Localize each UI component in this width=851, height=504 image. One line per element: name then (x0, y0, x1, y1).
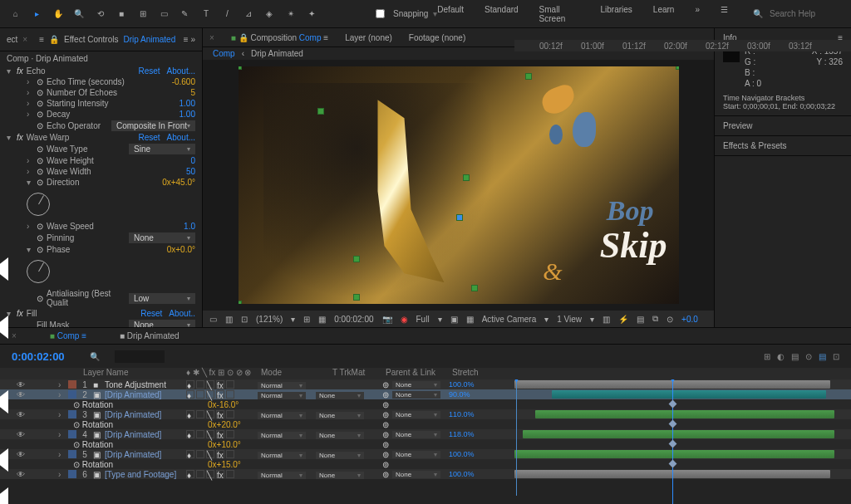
hand-tool-icon[interactable]: ✋ (51, 7, 65, 22)
tl-icon-2[interactable]: ◐ (777, 352, 785, 361)
workspace-learn[interactable]: Learn (653, 5, 675, 23)
safe-zones-icon[interactable]: ⊞ (303, 315, 310, 324)
tl-icon-3[interactable]: ▤ (791, 352, 799, 361)
workspace-libraries[interactable]: Libraries (601, 5, 632, 23)
clone-tool-icon[interactable]: ⊿ (241, 7, 255, 22)
phase-dial[interactable] (27, 260, 50, 283)
tl-icon-1[interactable]: ⊞ (764, 352, 770, 361)
handle-tl[interactable] (239, 66, 242, 70)
view-count[interactable]: 1 View (557, 315, 582, 324)
composition-viewer[interactable]: Bop Skip & (203, 60, 714, 311)
preview-panel-header[interactable]: Preview (715, 116, 851, 136)
handle-6[interactable] (471, 285, 478, 291)
current-time[interactable]: 0:00:02:00 (334, 315, 373, 324)
tlh-layer[interactable]: Layer Name (0, 368, 183, 379)
eraser-tool-icon[interactable]: ◈ (263, 7, 277, 22)
timeline-search-input[interactable] (115, 350, 165, 363)
snapping-toggle[interactable]: Snapping ▾ (376, 9, 437, 18)
camera-tool-icon[interactable]: ■ (114, 7, 128, 22)
pen-tool-icon[interactable]: ✎ (178, 7, 192, 22)
wavetype-val[interactable]: Sine (129, 144, 195, 154)
workspace-small[interactable]: Small Screen (539, 5, 580, 23)
fast-preview-icon[interactable]: ⚡ (618, 315, 628, 324)
handle-3[interactable] (463, 174, 470, 181)
layer-tab[interactable]: Layer (none) (345, 33, 392, 42)
zoom-value[interactable]: (121%) (256, 315, 283, 324)
transparency-icon[interactable]: ▦ (466, 315, 474, 324)
workspace-standard[interactable]: Standard (485, 5, 519, 23)
wavewarp-about[interactable]: About... (167, 133, 195, 142)
brush-tool-icon[interactable]: / (220, 7, 234, 22)
echo-intensity-val[interactable]: 1.00 (180, 99, 195, 108)
text-bop[interactable]: Bop (607, 195, 654, 227)
roi-icon[interactable]: ▣ (450, 315, 458, 324)
puppet-tool-icon[interactable]: ✦ (305, 7, 319, 22)
orbit-tool-icon[interactable]: ⟲ (93, 7, 107, 22)
echo-decay-val[interactable]: 1.00 (180, 110, 195, 119)
effects-presets-header[interactable]: Effects & Presets (715, 136, 851, 156)
handle-selected[interactable] (456, 214, 463, 221)
handle-4[interactable] (353, 256, 360, 262)
handle-2[interactable] (525, 73, 532, 80)
selection-tool-icon[interactable]: ▸ (29, 7, 43, 22)
tl-icon-4[interactable]: ⊙ (805, 352, 812, 361)
pixel-aspect-icon[interactable]: ▥ (603, 315, 610, 324)
snapping-checkbox[interactable] (376, 9, 385, 18)
workspace-default[interactable]: Default (437, 5, 464, 23)
pan-behind-icon[interactable]: ⊞ (135, 7, 150, 22)
tlh-trk[interactable]: TrkMat (340, 368, 366, 377)
exposure-reset-icon[interactable]: ⊙ (667, 315, 673, 324)
zoom-tool-icon[interactable]: 🔍 (71, 7, 86, 22)
fillmask-val[interactable]: None (129, 320, 195, 327)
direction-dial[interactable] (27, 193, 50, 216)
drip-shape-2[interactable] (573, 112, 596, 147)
handle-tr[interactable] (676, 66, 679, 70)
canvas[interactable]: Bop Skip & (239, 66, 679, 304)
text-skip[interactable]: Skip (600, 224, 667, 267)
fx-echo-header[interactable]: ▾fxEchoResetAbout... (0, 66, 202, 76)
bar-drip2[interactable] (552, 390, 826, 399)
direction-val[interactable]: 0x+45.0° (162, 178, 195, 187)
search-help-input[interactable] (768, 7, 843, 20)
drip-shape-3[interactable] (549, 125, 563, 144)
timeline-search-icon[interactable]: 🔍 (90, 352, 100, 361)
text-amp[interactable]: & (543, 257, 562, 286)
waveheight-val[interactable]: 0 (190, 156, 195, 165)
active-camera[interactable]: Active Camera (482, 315, 537, 324)
shape-tool-icon[interactable]: ▭ (156, 7, 170, 22)
timeline-tab-comp[interactable]: ■ Comp ≡ (50, 331, 86, 340)
crumb-comp[interactable]: Comp (213, 49, 235, 58)
timeline-icon[interactable]: ▤ (637, 315, 644, 324)
fx-wavewarp-header[interactable]: ▾fxWave WarpResetAbout... (0, 132, 202, 143)
drip-shape-1[interactable] (539, 82, 578, 117)
wavewidth-val[interactable]: 50 (186, 167, 195, 176)
bar-drip5[interactable] (514, 450, 834, 458)
channel-icon[interactable]: ◉ (401, 315, 408, 324)
home-icon[interactable]: ⌂ (8, 7, 22, 22)
workspace-reset-icon[interactable]: ☰ (721, 5, 728, 23)
guides-icon[interactable]: ⊡ (241, 315, 248, 324)
crumb-drip[interactable]: Drip Animated (251, 49, 303, 58)
echo-time-val[interactable]: -0.600 (172, 77, 195, 86)
lock-icon[interactable]: 🔒 (49, 35, 59, 44)
snapshot-icon[interactable]: 📷 (382, 315, 392, 324)
handle-1[interactable] (317, 108, 324, 115)
exposure-value[interactable]: +0.0 (681, 315, 698, 324)
fx-fill-header[interactable]: ▾fxFillResetAbout.. (0, 308, 202, 319)
pinning-val[interactable]: None (129, 232, 195, 243)
echo-reset[interactable]: Reset (138, 66, 160, 76)
aa-val[interactable]: Low (129, 293, 195, 304)
tlh-stretch[interactable]: Stretch (449, 368, 499, 379)
footage-tab[interactable]: Footage (none) (409, 33, 465, 42)
echo-about[interactable]: About... (167, 66, 195, 76)
keyframe-1[interactable] (669, 400, 677, 409)
mask-icon[interactable]: ▦ (318, 315, 326, 324)
bar-drip3[interactable] (535, 410, 834, 418)
roto-tool-icon[interactable]: ✴ (283, 7, 298, 22)
phase-val[interactable]: 0x+0.0° (167, 245, 195, 254)
workspace-overflow-icon[interactable]: » (695, 5, 700, 23)
type-tool-icon[interactable]: T (199, 7, 213, 22)
timeline-current-time[interactable]: 0:00:02:00 (12, 350, 65, 363)
search-icon[interactable]: 🔍 (753, 9, 763, 18)
wavewarp-reset[interactable]: Reset (138, 133, 160, 142)
